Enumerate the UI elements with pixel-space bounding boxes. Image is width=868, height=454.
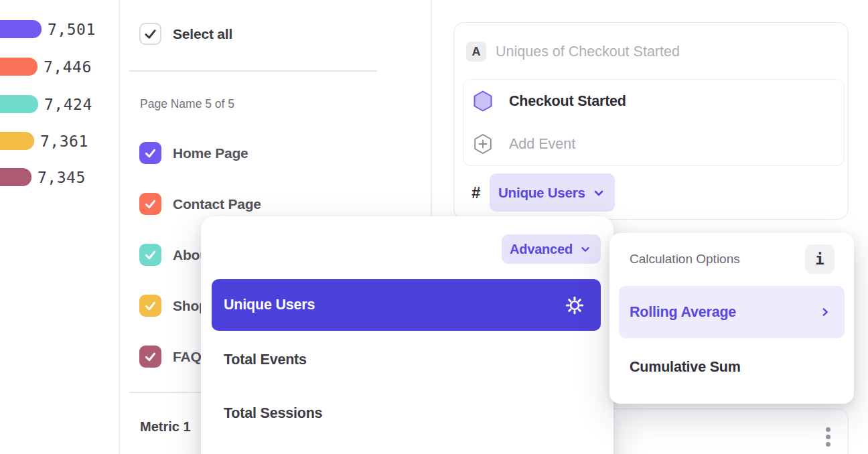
filter-checkbox[interactable] (139, 244, 161, 266)
legend-bar[interactable] (0, 20, 42, 38)
calc-options-title: Calculation Options (630, 252, 740, 267)
measuring-popup: Measuring Advanced Unique Users Total Ev… (201, 216, 613, 454)
select-all-label[interactable]: Select all (173, 23, 232, 45)
legend-item: 7,345 (0, 168, 86, 186)
add-event-icon[interactable] (474, 133, 492, 155)
select-all-checkbox[interactable] (139, 23, 161, 45)
measure-chip-label: Unique Users (498, 185, 591, 201)
legend-bar[interactable] (0, 168, 31, 186)
checkmark-icon (143, 26, 158, 42)
metric-name-input[interactable] (494, 40, 816, 63)
advanced-dropdown[interactable]: Advanced (502, 234, 601, 264)
page-name-header: Page Name 5 of 5 (140, 97, 234, 111)
filter-label[interactable]: Contact Page (173, 193, 261, 215)
legend-item: 7,446 (0, 58, 92, 76)
filter-checkbox[interactable] (139, 295, 161, 317)
checkmark-icon (143, 350, 157, 364)
query-card: A Checkout Started Add Event # Unique Us… (453, 22, 849, 220)
info-icon[interactable]: i (805, 244, 835, 274)
gear-icon[interactable] (565, 296, 584, 315)
measure-hash: # (472, 173, 480, 212)
chart-legend: 7,501 7,446 7,424 7,361 7,345 (0, 0, 119, 454)
calc-options-popup: Calculation Options i Rolling Average Cu… (609, 233, 854, 404)
filter-checkbox[interactable] (139, 193, 161, 215)
filter-label[interactable]: Home Page (173, 142, 248, 164)
checkmark-icon (143, 197, 157, 211)
legend-item: 7,361 (0, 132, 88, 150)
checkmark-icon (143, 248, 157, 262)
legend-value: 7,424 (44, 96, 92, 113)
legend-item: 7,501 (0, 20, 96, 38)
chevron-right-icon (818, 305, 833, 319)
event-hexagon-icon (474, 90, 492, 112)
calc-option-label: Rolling Average (630, 304, 736, 321)
legend-bar[interactable] (0, 95, 38, 113)
filter-checkbox[interactable] (139, 142, 161, 164)
legend-bar[interactable] (0, 132, 34, 150)
event-name[interactable]: Checkout Started (509, 90, 626, 112)
metric-footer-label: Metric 1 (140, 419, 191, 435)
measuring-option-unique-users[interactable]: Unique Users (212, 279, 601, 331)
add-event-label[interactable]: Add Event (509, 133, 575, 155)
legend-value: 7,501 (48, 21, 96, 38)
chevron-down-icon (578, 242, 593, 256)
kebab-menu-icon[interactable] (824, 426, 832, 448)
legend-value: 7,345 (38, 169, 86, 186)
measuring-option-total-sessions[interactable]: Total Sessions (224, 405, 322, 422)
series-badge: A (466, 42, 486, 62)
advanced-dropdown-label: Advanced (510, 242, 573, 257)
analytics-screen: 7,501 7,446 7,424 7,361 7,345 Select all… (0, 0, 868, 454)
measuring-option-label: Unique Users (224, 297, 315, 313)
calc-option-rolling-average[interactable]: Rolling Average (619, 286, 845, 338)
legend-bar[interactable] (0, 58, 38, 76)
legend-value: 7,446 (44, 58, 92, 76)
measuring-option-total-events[interactable]: Total Events (224, 352, 307, 368)
event-card: Checkout Started Add Event (463, 79, 845, 166)
legend-item: 7,424 (0, 95, 92, 113)
chevron-down-icon (591, 185, 607, 201)
checkmark-icon (143, 146, 157, 160)
measure-chip[interactable]: Unique Users (490, 173, 615, 212)
calc-option-cumulative-sum[interactable]: Cumulative Sum (630, 359, 741, 376)
legend-value: 7,361 (40, 133, 88, 150)
filter-checkbox[interactable] (139, 346, 161, 368)
checkmark-icon (143, 299, 157, 313)
divider (129, 70, 377, 72)
